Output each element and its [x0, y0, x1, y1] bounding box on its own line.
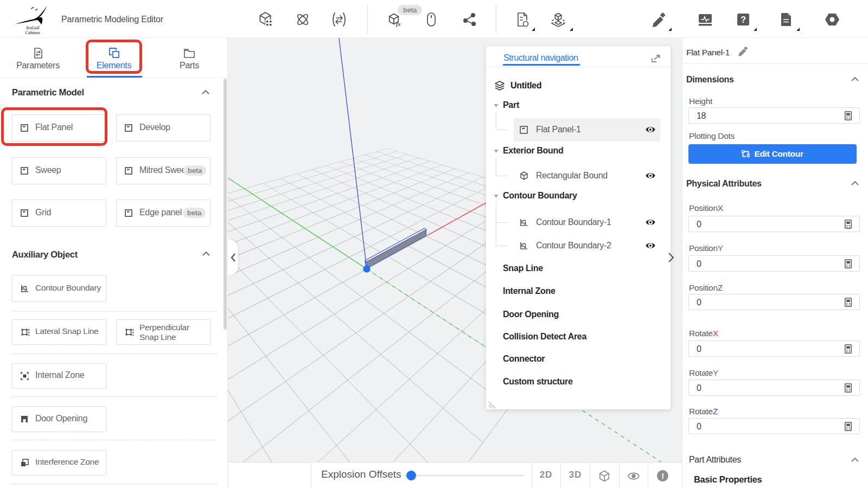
- svg-text:fx: fx: [396, 21, 401, 27]
- svg-text:?: ?: [741, 15, 745, 24]
